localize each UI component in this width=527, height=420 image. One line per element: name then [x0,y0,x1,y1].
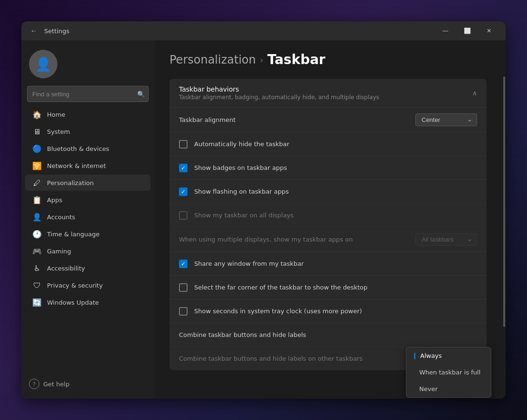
breadcrumb-parent[interactable]: Personalization [169,53,256,66]
chevron-up-icon: ∧ [472,89,477,97]
accounts-icon: 👤 [33,213,41,221]
sidebar-item-accessibility-label: Accessibility [47,265,85,272]
all-displays-checkbox [179,211,188,220]
search-input[interactable] [27,86,149,102]
combine-other-label: Combine taskbar buttons and hide labels … [179,355,363,362]
avatar: 👤 [29,50,57,78]
sidebar-item-home[interactable]: 🏠 Home [25,106,151,122]
all-displays-row: Show my taskbar on all displays [169,203,487,227]
scrollbar-thumb[interactable] [503,76,505,327]
back-button[interactable]: ← [27,24,40,37]
network-icon: 🛜 [33,161,41,170]
taskbar-alignment-row: Taskbar alignment Center Left [169,107,487,132]
all-displays-label: Show my taskbar on all displays [194,212,293,219]
search-box: 🔍 [27,86,149,102]
scrollbar-track[interactable] [502,40,506,399]
show-seconds-row[interactable]: Show seconds in system tray clock (uses … [169,299,487,323]
section-header[interactable]: Taskbar behaviors Taskbar alignment, bad… [169,79,487,107]
titlebar: ← Settings — ⬜ ✕ [21,21,506,40]
apps-icon: 📋 [33,196,41,204]
show-flashing-label: Show flashing on taskbar apps [194,188,289,195]
settings-window: ← Settings — ⬜ ✕ 👤 🔍 🏠 Home 🖥 Sys [21,21,506,399]
taskbar-alignment-select[interactable]: Center Left [415,113,477,126]
multiple-display-select-wrap: All taskbars [415,233,477,246]
breadcrumb-current: Taskbar [267,52,325,67]
far-corner-checkbox[interactable] [179,283,188,292]
sidebar-item-network[interactable]: 🛜 Network & internet [25,158,151,174]
sidebar-item-accounts-label: Accounts [47,214,75,221]
sidebar-item-apps-label: Apps [47,196,62,204]
accessibility-icon: ♿ [33,264,41,272]
sidebar-item-accessibility[interactable]: ♿ Accessibility [25,260,151,276]
footer: ? Get help [21,373,154,395]
sidebar: 👤 🔍 🏠 Home 🖥 System 🔵 Bluetooth & device… [21,40,154,399]
home-icon: 🏠 [33,110,41,119]
share-window-row[interactable]: Share any window from my taskbar [169,252,487,275]
sidebar-item-apps[interactable]: 📋 Apps [25,192,151,208]
breadcrumb: Personalization › Taskbar [169,52,487,67]
show-flashing-checkbox[interactable] [179,187,188,196]
privacy-icon: 🛡 [33,281,41,289]
show-badges-checkbox[interactable] [179,164,188,172]
search-icon: 🔍 [137,91,145,98]
sidebar-item-bluetooth[interactable]: 🔵 Bluetooth & devices [25,140,151,157]
sidebar-item-update-label: Windows Update [47,299,99,306]
sidebar-item-privacy-label: Privacy & security [47,282,103,289]
sidebar-item-personalization-label: Personalization [47,179,94,187]
sidebar-item-system[interactable]: 🖥 System [25,123,151,140]
minimize-button[interactable]: — [434,21,456,40]
active-bar-indicator [414,353,415,359]
sidebar-item-network-label: Network & internet [47,162,106,169]
sidebar-item-accounts[interactable]: 👤 Accounts [25,209,151,225]
share-window-checkbox[interactable] [179,260,188,268]
show-seconds-label: Show seconds in system tray clock (uses … [194,308,362,315]
section-header-text: Taskbar behaviors Taskbar alignment, bad… [179,85,379,101]
combine-buttons-row: Combine taskbar buttons and hide labels … [169,323,487,346]
multiple-display-select: All taskbars [415,233,477,246]
sidebar-item-home-label: Home [47,111,65,118]
content-area: 👤 🔍 🏠 Home 🖥 System 🔵 Bluetooth & device… [21,40,506,399]
taskbar-alignment-select-wrap: Center Left [415,113,477,126]
gaming-icon: 🎮 [33,247,41,255]
personalization-icon: 🖊 [33,178,41,187]
sidebar-item-update[interactable]: 🔄 Windows Update [25,294,151,310]
update-icon: 🔄 [33,298,41,307]
taskbar-alignment-label: Taskbar alignment [179,116,235,123]
combine-buttons-label: Combine taskbar buttons and hide labels [179,331,306,338]
sidebar-item-system-label: System [47,128,70,135]
sidebar-item-privacy[interactable]: 🛡 Privacy & security [25,277,151,293]
share-window-label: Share any window from my taskbar [194,260,304,267]
dropdown-option-always[interactable]: Always [406,347,491,364]
combine-buttons-dropdown-popup: Always When taskbar is full Never [406,347,491,398]
sidebar-item-time[interactable]: 🕐 Time & language [25,226,151,242]
show-seconds-checkbox[interactable] [179,307,188,316]
show-badges-row[interactable]: Show badges on taskbar apps [169,156,487,179]
far-corner-row[interactable]: Select the far corner of the taskbar to … [169,275,487,299]
sidebar-item-personalization[interactable]: 🖊 Personalization [25,175,151,191]
get-help-link[interactable]: Get help [43,381,69,388]
titlebar-title: Settings [44,28,69,35]
maximize-button[interactable]: ⬜ [456,21,478,40]
show-badges-label: Show badges on taskbar apps [194,164,287,171]
taskbar-behaviors-section: Taskbar behaviors Taskbar alignment, bad… [169,79,487,370]
sidebar-item-time-label: Time & language [47,231,100,238]
dropdown-option-never[interactable]: Never [406,381,491,397]
sidebar-item-gaming-label: Gaming [47,248,71,255]
help-icon: ? [29,379,39,389]
auto-hide-checkbox[interactable] [179,140,188,149]
close-button[interactable]: ✕ [478,21,500,40]
system-icon: 🖥 [33,127,41,136]
auto-hide-row[interactable]: Automatically hide the taskbar [169,132,487,156]
time-icon: 🕐 [33,230,41,238]
breadcrumb-separator: › [260,54,264,65]
main-content: Personalization › Taskbar Taskbar behavi… [154,40,502,399]
section-title: Taskbar behaviors [179,85,379,93]
sidebar-item-gaming[interactable]: 🎮 Gaming [25,243,151,259]
section-subtitle: Taskbar alignment, badging, automaticall… [179,94,379,101]
show-flashing-row[interactable]: Show flashing on taskbar apps [169,179,487,203]
titlebar-left: ← Settings [27,24,434,37]
avatar-section: 👤 [21,44,154,86]
dropdown-option-when-full[interactable]: When taskbar is full [406,364,491,381]
far-corner-label: Select the far corner of the taskbar to … [194,284,367,291]
auto-hide-label: Automatically hide the taskbar [194,140,289,148]
